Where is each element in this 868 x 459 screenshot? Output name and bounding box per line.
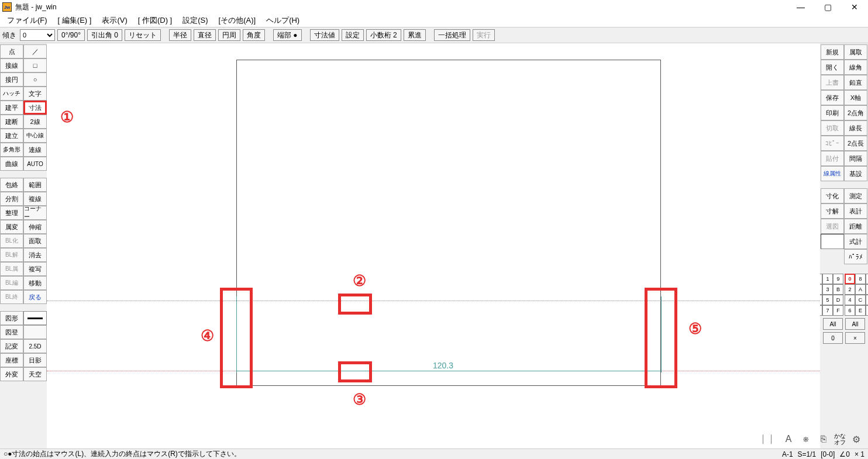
tool-line-icon[interactable]: ／ [23,44,47,58]
batch-button[interactable]: 一括処理 [434,29,470,41]
tool-chamfer[interactable]: 面取 [23,234,47,248]
layer-5[interactable]: 5 [822,295,833,305]
tool-corner[interactable]: コーナー [23,206,47,220]
tool-text[interactable]: 文字 [23,87,47,101]
menu-settings[interactable]: 設定(S) [178,14,212,27]
layergrp-7[interactable]: 7 [866,305,868,316]
rtool-2ptlen[interactable]: 2点長 [844,136,867,151]
tool-erase[interactable]: 消去 [23,248,47,262]
tool-move[interactable]: 移動 [23,276,47,290]
layer-F[interactable]: F [833,305,843,316]
tool-blockize[interactable]: BL化 [0,234,23,248]
layergrp-8[interactable]: 8 [855,274,866,284]
tray-bar-icon[interactable]: ⎸⎸ [764,432,778,446]
diameter-button[interactable]: 直径 [194,29,216,41]
tool-tangent-line[interactable]: 接線 [0,58,23,73]
tool-shadow[interactable]: 日影 [23,353,47,367]
angle-090-button[interactable]: 0°/90° [57,29,85,41]
tool-elevation[interactable]: 建立 [0,129,23,143]
layer-all-left[interactable]: All [823,318,843,330]
execute-button[interactable]: 実行 [473,29,495,41]
tool-circle-icon[interactable]: ○ [23,73,47,87]
layer-all-right[interactable]: All [845,318,865,330]
leader-angle-button[interactable]: 引出角 0 [87,29,122,41]
tool-blockedit[interactable]: BL編 [0,276,23,290]
tool-section[interactable]: 建断 [0,115,23,129]
tool-point[interactable]: 点 [0,44,23,58]
tool-2line[interactable]: 2線 [23,115,47,129]
tool-undo[interactable]: 戻る [23,290,47,304]
tool-symbolchange[interactable]: 記変 [0,339,23,353]
rtool-selfig[interactable]: 選図 [821,219,844,234]
tool-shape[interactable]: 図形 [0,311,23,325]
rtool-vertical[interactable]: 鉛直 [844,75,867,90]
layergrp-3[interactable]: 3 [866,284,868,295]
layergrp-C[interactable]: C [855,295,866,305]
menu-view[interactable]: 表示(V) [97,14,132,27]
rtool-formula[interactable]: 式計 [844,234,867,249]
tool-colorswatch[interactable] [23,311,47,325]
tool-coord[interactable]: 座標 [0,353,23,367]
tray-puzzle-icon[interactable]: ⎈ [799,432,813,446]
rtool-interval[interactable]: 間隔 [844,151,867,166]
minimize-button[interactable]: — [787,0,814,14]
maximize-button[interactable]: ▢ [814,0,841,14]
layer-x[interactable]: × [845,332,865,344]
layer-9[interactable]: 9 [833,274,843,284]
menu-draw[interactable]: [ 作図(D) ] [133,14,177,27]
tool-copy[interactable]: 複写 [23,262,47,276]
rtool-paste[interactable]: 貼付 [821,151,844,166]
layergrp-0[interactable]: 0 [845,274,855,284]
tool-blockattr[interactable]: BL属 [0,262,23,276]
tool-polyline[interactable]: 連線 [23,143,47,157]
rtool-basic-settings[interactable]: 基設 [844,166,867,181]
layergrp-4[interactable]: 4 [845,295,855,305]
rtool-attrget[interactable]: 属取 [844,44,867,60]
rtool-spreadsheet[interactable]: 表計 [844,203,867,219]
tool-auto[interactable]: AUTO [23,157,47,171]
tool-shapereg[interactable]: 図登 [0,325,23,339]
tool-rect-icon[interactable]: □ [23,58,47,73]
menu-edit[interactable]: [ 編集(E) ] [53,14,97,27]
rtool-2ptangle[interactable]: 2点角 [844,105,867,120]
tray-doc-icon[interactable]: ⎘ [817,432,831,446]
rtool-overwrite[interactable]: 上書 [821,75,844,90]
setting-button[interactable]: 設定 [342,29,364,41]
decimals-button[interactable]: 小数桁 2 [366,29,401,41]
rtool-dimexp[interactable]: 寸解 [821,203,844,219]
tool-curve[interactable]: 曲線 [0,157,23,171]
tool-range[interactable]: 範囲 [23,178,47,192]
rtool-save[interactable]: 保存 [821,90,844,105]
rtool-cut[interactable]: 切取 [821,120,844,136]
tool-polygon[interactable]: 多角形 [0,143,23,157]
rtool-linelen[interactable]: 線長 [844,120,867,136]
rtool-distance[interactable]: 距離 [844,219,867,234]
circumference-button[interactable]: 円周 [218,29,240,41]
rtool-new[interactable]: 新規 [821,44,844,60]
slope-select[interactable]: 0 [20,29,55,41]
reset-button[interactable]: リセット [125,29,161,41]
tray-font-icon[interactable]: A [781,432,795,446]
menu-file[interactable]: ファイル(F) [2,14,52,27]
tool-blockend[interactable]: BL終 [0,290,23,304]
tool-external[interactable]: 外変 [0,367,23,381]
tool-plan[interactable]: 建平 [0,101,23,115]
rtool-input[interactable] [821,234,844,249]
close-button[interactable]: ✕ [841,0,868,14]
tool-tangent-circle[interactable]: 接円 [0,73,23,87]
tool-blockexp[interactable]: BL解 [0,248,23,262]
tool-divide[interactable]: 分割 [0,192,23,206]
tool-25d[interactable]: 2.5D [23,339,47,353]
tool-dimension[interactable]: 寸法 [23,101,47,115]
rtool-lineangle[interactable]: 線角 [844,60,867,75]
radius-button[interactable]: 半径 [169,29,191,41]
rtool-print[interactable]: 印刷 [821,105,844,120]
tool-arrange[interactable]: 整理 [0,206,23,220]
layer-D[interactable]: D [833,295,843,305]
layergrp-1[interactable]: 1 [866,274,868,284]
layer-3[interactable]: 3 [822,284,833,295]
tray-gear-icon[interactable]: ⚙ [849,432,863,446]
tool-attrchange[interactable]: 属変 [0,220,23,234]
layer-B[interactable]: B [833,284,843,295]
tool-parallel[interactable]: 複線 [23,192,47,206]
